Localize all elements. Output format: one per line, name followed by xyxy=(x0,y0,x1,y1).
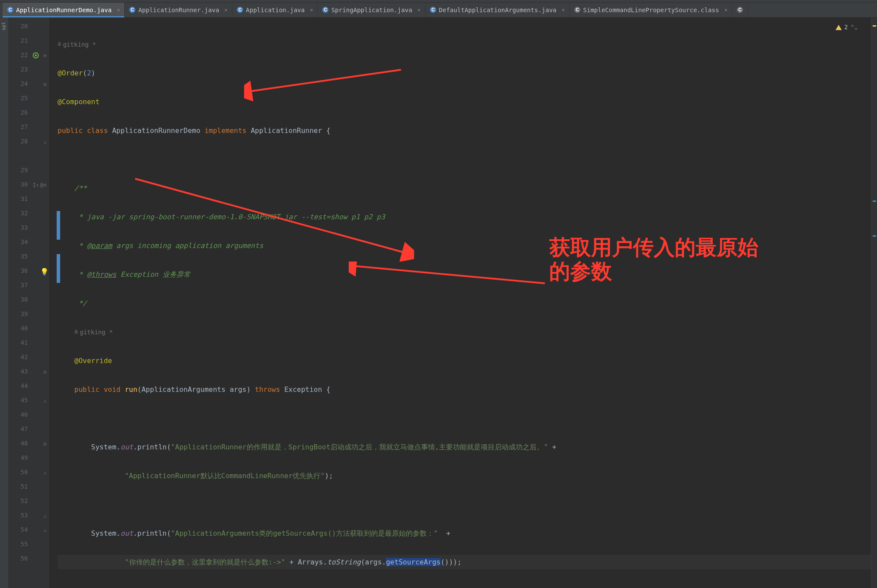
gutter[interactable]: 20 21 22 23 24 25 26 27 28 29 30 31 32 3… xyxy=(9,17,49,588)
code-line: ≗gitking * xyxy=(58,37,871,51)
inspection-widget[interactable]: 2 ⌃⌄ xyxy=(836,20,858,34)
line-number: 55 xyxy=(9,540,28,547)
code-line: */ xyxy=(58,296,871,310)
tab-overflow[interactable]: C xyxy=(732,3,748,17)
left-tool-strip[interactable]: spl xyxy=(0,17,9,588)
line-number: 52 xyxy=(9,497,28,504)
line-number: 36 xyxy=(9,267,28,274)
close-icon[interactable]: × xyxy=(310,7,313,13)
author-icon: ≗ xyxy=(58,41,61,48)
author-icon: ≗ xyxy=(75,329,78,336)
line-number: 46 xyxy=(9,411,28,418)
line-number: 23 xyxy=(9,66,28,73)
close-icon[interactable]: × xyxy=(224,7,228,13)
line-number: 56 xyxy=(9,555,28,562)
line-number: 31 xyxy=(9,195,28,202)
fold-toggle[interactable]: ⊥ xyxy=(44,139,46,144)
warning-marker[interactable] xyxy=(873,25,876,27)
java-class-icon: C xyxy=(7,7,14,13)
java-lib-class-icon: C xyxy=(737,7,743,13)
left-tool-label: spl xyxy=(1,22,7,31)
tab-application-runner[interactable]: C ApplicationRunner.java × xyxy=(125,3,232,17)
line-number: 54 xyxy=(9,526,28,533)
fold-toggle[interactable]: ⊟ xyxy=(44,183,46,187)
tab-label: DefaultApplicationArguments.java xyxy=(439,7,557,14)
line-number: 25 xyxy=(9,95,28,102)
author-name: gitking * xyxy=(63,41,96,48)
override-at-icon[interactable]: @ xyxy=(40,182,43,188)
code-line: @Component xyxy=(58,95,871,109)
code-line: public class ApplicationRunnerDemo imple… xyxy=(58,123,871,138)
close-icon[interactable]: × xyxy=(724,7,727,13)
chevron-up-down-icon: ⌃⌄ xyxy=(850,20,858,34)
code-line: public void run(ApplicationArguments arg… xyxy=(58,382,871,397)
tab-application-runner-demo[interactable]: C ApplicationRunnerDemo.java × xyxy=(3,3,125,17)
line-number: 39 xyxy=(9,310,28,317)
java-class-icon: C xyxy=(322,7,329,13)
code-line: * @throws Exception 业务异常 xyxy=(58,267,871,282)
line-number: 50 xyxy=(9,469,28,476)
fold-toggle[interactable]: ⊥ xyxy=(44,513,46,518)
close-icon[interactable]: × xyxy=(418,7,421,13)
code-line xyxy=(58,497,871,512)
tab-label: SimpleCommandLinePropertySource.class xyxy=(583,7,719,14)
fold-toggle[interactable]: ⊟ xyxy=(44,53,46,58)
code-line xyxy=(58,584,871,588)
tab-label: ApplicationRunnerDemo.java xyxy=(16,7,112,14)
line-number: 51 xyxy=(9,483,28,490)
line-number: 47 xyxy=(9,425,28,432)
line-number: 45 xyxy=(9,397,28,404)
line-number: 26 xyxy=(9,109,28,116)
line-number: 29 xyxy=(9,167,28,173)
java-class-icon: C xyxy=(430,7,436,13)
line-number: 22 xyxy=(9,51,28,58)
java-lib-class-icon: C xyxy=(574,7,581,13)
fold-toggle[interactable]: ⊟ xyxy=(44,442,46,446)
change-marker[interactable] xyxy=(873,201,876,202)
code-line xyxy=(58,152,871,167)
tab-label: Application.java xyxy=(246,7,305,14)
line-number: 35 xyxy=(9,253,28,260)
line-number: 37 xyxy=(9,282,28,289)
change-marker[interactable] xyxy=(873,235,876,237)
java-class-icon: C xyxy=(129,7,136,13)
line-number: 20 xyxy=(9,23,28,30)
line-number: 28 xyxy=(9,138,28,145)
intention-bulb-icon[interactable]: 💡 xyxy=(40,268,49,276)
close-icon[interactable]: × xyxy=(117,7,120,13)
tab-default-application-arguments[interactable]: C DefaultApplicationArguments.java × xyxy=(425,3,570,17)
warning-count: 2 xyxy=(844,20,848,34)
code-line: /** xyxy=(58,181,871,195)
line-number: 32 xyxy=(9,210,28,217)
tab-application[interactable]: C Application.java × xyxy=(232,3,318,17)
fold-toggle[interactable]: ⊥ xyxy=(44,528,46,533)
code-area[interactable]: ≗gitking * @Order(2) @Component public c… xyxy=(49,17,871,588)
code-line: * @param args incoming application argum… xyxy=(58,238,871,253)
code-line xyxy=(58,411,871,425)
code-line: "你传的是什么参数，这里拿到的就是什么参数:->" + Arrays.toStr… xyxy=(58,555,871,569)
tab-simple-command-line-property-source[interactable]: C SimpleCommandLinePropertySource.class … xyxy=(570,3,732,17)
code-line: ≗gitking * xyxy=(58,325,871,339)
spring-bean-icon[interactable] xyxy=(33,52,39,60)
line-number: 40 xyxy=(9,325,28,332)
close-icon[interactable]: × xyxy=(562,7,565,13)
line-number: 48 xyxy=(9,440,28,447)
svg-text:C: C xyxy=(738,7,741,12)
editor[interactable]: 20 21 22 23 24 25 26 27 28 29 30 31 32 3… xyxy=(9,17,877,588)
fold-toggle[interactable]: ⊥ xyxy=(44,398,46,403)
fold-toggle[interactable]: ⊟ xyxy=(44,370,46,374)
implements-icon[interactable]: I↑ xyxy=(33,182,39,188)
tab-spring-application[interactable]: C SpringApplication.java × xyxy=(318,3,425,17)
code-line: "ApplicationRunner默认比CommandLineRunner优先… xyxy=(58,469,871,483)
svg-text:C: C xyxy=(576,7,579,12)
code-line: System.out.println("ApplicationRunner的作用… xyxy=(58,440,871,454)
code-line: * java -jar spring-boot-runner-demo-1.0-… xyxy=(58,210,871,224)
line-number: 24 xyxy=(9,80,28,87)
line-number: 42 xyxy=(9,353,28,360)
fold-toggle[interactable]: ⊟ xyxy=(44,82,46,87)
fold-toggle[interactable]: ⊥ xyxy=(44,470,46,475)
error-stripe[interactable] xyxy=(871,17,877,588)
line-number: 38 xyxy=(9,296,28,303)
line-number: 53 xyxy=(9,512,28,519)
tab-label: ApplicationRunner.java xyxy=(138,7,219,14)
